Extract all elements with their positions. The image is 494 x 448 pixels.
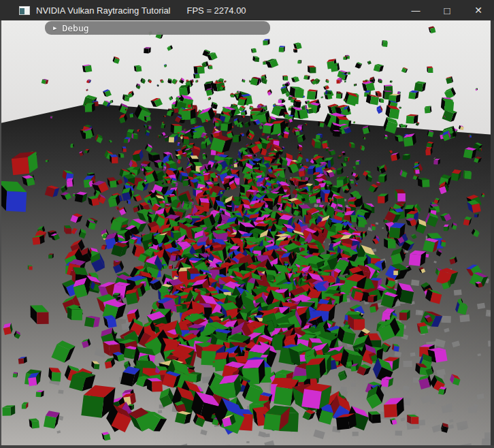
debug-panel-header[interactable]: ▶ Debug: [45, 21, 270, 35]
close-button[interactable]: ✕: [463, 0, 494, 20]
fps-counter: FPS = 2274.00: [187, 5, 246, 16]
title-bar: NVIDIA Vulkan Raytracing Tutorial FPS = …: [0, 0, 494, 20]
scene-canvas[interactable]: [0, 20, 494, 448]
window-border-bottom: [0, 445, 494, 448]
app-window: NVIDIA Vulkan Raytracing Tutorial FPS = …: [0, 0, 494, 448]
maximize-button[interactable]: □: [431, 0, 463, 22]
close-icon: ✕: [474, 5, 482, 16]
render-viewport: ▶ Debug: [0, 20, 494, 448]
maximize-icon: □: [444, 5, 450, 16]
app-icon: [19, 6, 30, 15]
window-border-right: [491, 20, 494, 448]
minimize-icon: —: [412, 5, 421, 16]
minimize-button[interactable]: —: [400, 0, 431, 20]
debug-panel-label: Debug: [62, 23, 88, 33]
window-title: NVIDIA Vulkan Raytracing Tutorial: [36, 5, 171, 16]
app-icon-left-pane: [20, 8, 24, 14]
chevron-right-icon: ▶: [53, 25, 56, 31]
window-border-left: [0, 20, 1, 448]
app-icon-right-pane: [24, 8, 29, 14]
window-controls: — □ ✕: [400, 0, 494, 20]
